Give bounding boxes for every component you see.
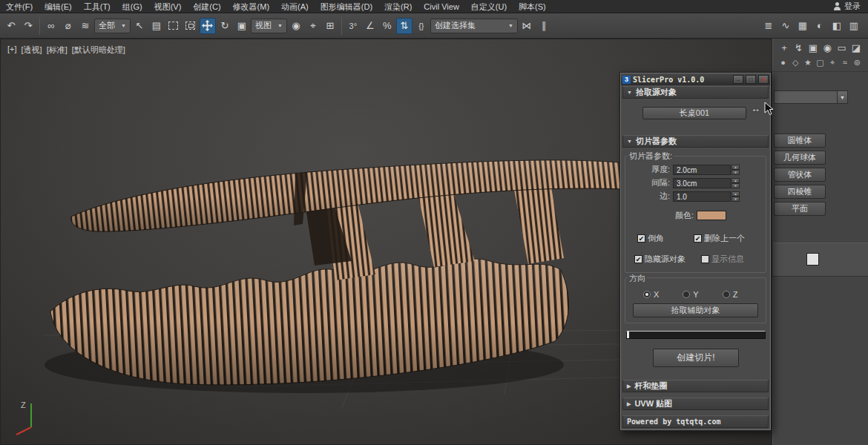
select-and-link-icon[interactable]: ∞ — [43, 18, 59, 34]
unlink-selection-icon[interactable]: ⌀ — [60, 18, 76, 34]
dialog-titlebar[interactable]: 3 SlicerPro v1.0.0 – □ ✕ — [621, 73, 770, 85]
category-spacewarps-icon[interactable]: ≈ — [840, 58, 849, 67]
reference-coordinate-dropdown[interactable]: 视图 ▼ — [251, 19, 287, 33]
slice-color-swatch[interactable] — [697, 211, 726, 220]
delete-last-checkbox[interactable]: ✔ 删除上一个 — [694, 233, 745, 244]
menu-civil-view[interactable]: Civil View — [418, 0, 464, 13]
angle-snap-icon[interactable]: ∠ — [362, 18, 378, 34]
maximize-button[interactable]: □ — [746, 75, 756, 84]
tab-display-icon[interactable]: ▭ — [836, 42, 848, 53]
menu-edit[interactable]: 编辑(E) — [39, 0, 78, 13]
menu-customize[interactable]: 自定义(U) — [465, 0, 513, 13]
direction-x-radio[interactable]: X — [643, 290, 659, 299]
category-shapes-icon[interactable]: ◇ — [791, 58, 800, 67]
spacing-spinner[interactable]: ▲ ▼ — [731, 178, 740, 188]
rollout-slicer-params[interactable]: ▼ 切片器参数 — [622, 135, 769, 148]
geometry-category-dropdown[interactable]: ▼ — [774, 90, 848, 104]
category-lights-icon[interactable]: ★ — [803, 58, 812, 67]
spinner-down-icon[interactable]: ▼ — [731, 197, 740, 202]
named-selection-set-dropdown[interactable]: 创建选择集 ▼ — [430, 19, 518, 33]
select-and-scale-icon[interactable]: ▣ — [234, 18, 250, 34]
render-setup-icon[interactable]: ◧ — [829, 18, 845, 34]
redo-icon[interactable]: ↷ — [20, 18, 36, 34]
spacing-input[interactable]: 3.0cm — [673, 178, 731, 188]
tab-modify-icon[interactable]: ↯ — [792, 42, 804, 53]
slicerpro-dialog[interactable]: 3 SlicerPro v1.0.0 – □ ✕ ▼ 拾取源对象 长桌001 ▼… — [619, 72, 772, 431]
select-and-rotate-icon[interactable]: ↻ — [217, 18, 233, 34]
spinner-up-icon[interactable]: ▲ — [731, 178, 740, 183]
rendered-frame-icon[interactable]: ▥ — [846, 18, 862, 34]
spinner-snap-icon[interactable]: ⇅ — [396, 18, 412, 34]
menu-animation[interactable]: 动画(A) — [275, 0, 315, 13]
direction-y-radio[interactable]: Y — [683, 290, 698, 299]
align-icon[interactable]: ∥ — [536, 18, 552, 34]
spinner-up-icon[interactable]: ▲ — [731, 165, 740, 170]
undo-icon[interactable]: ↶ — [3, 18, 19, 34]
snap-toggle-icon[interactable]: 3° — [345, 18, 361, 34]
viewport-menu-shading[interactable]: [默认明暗处理] — [72, 44, 125, 56]
spinner-up-icon[interactable]: ▲ — [731, 191, 740, 197]
category-cameras-icon[interactable]: ▢ — [815, 58, 825, 67]
edge-spinner[interactable]: ▲ ▼ — [731, 191, 740, 202]
menu-create[interactable]: 创建(C) — [187, 0, 226, 13]
viewport-menu-plus[interactable]: [+] — [7, 44, 17, 56]
pick-helper-button[interactable]: 拾取辅助对象 — [633, 303, 758, 317]
thickness-input[interactable]: 2.0cm — [673, 165, 731, 175]
hide-source-checkbox[interactable]: ✔ 隐藏源对象 — [634, 254, 685, 265]
menu-rendering[interactable]: 渲染(R) — [378, 0, 418, 13]
category-geometry-icon[interactable]: ● — [778, 58, 788, 67]
viewport-menu-standard[interactable]: [标准] — [47, 44, 68, 56]
category-helpers-icon[interactable]: ⌖ — [828, 58, 838, 67]
close-button[interactable]: ✕ — [758, 75, 769, 84]
select-by-name-icon[interactable]: ▤ — [148, 18, 165, 34]
primitive-cone-button[interactable]: 圆锥体 — [774, 134, 826, 148]
edge-input[interactable]: 1.0 — [673, 191, 731, 202]
primitive-plane-button[interactable]: 平面 — [774, 202, 826, 216]
primitive-pyramid-button[interactable]: 四棱锥 — [774, 185, 826, 199]
material-editor-icon[interactable]: ◐ — [812, 18, 828, 34]
keyboard-override-icon[interactable]: ⊞ — [322, 18, 338, 34]
spinner-down-icon[interactable]: ▼ — [731, 183, 740, 188]
source-object-button[interactable]: 长桌001 — [642, 107, 746, 119]
curve-editor-icon[interactable]: ∿ — [777, 18, 794, 34]
spinner-down-icon[interactable]: ▼ — [731, 170, 740, 175]
tab-utilities-icon[interactable]: ◪ — [850, 42, 862, 53]
mirror-icon[interactable]: ⋈ — [519, 18, 535, 34]
category-systems-icon[interactable]: ⊚ — [852, 58, 862, 67]
window-crossing-icon[interactable] — [183, 18, 199, 34]
menu-modifiers[interactable]: 修改器(M) — [227, 0, 276, 13]
menu-views[interactable]: 视图(V) — [148, 0, 188, 13]
menu-tools[interactable]: 工具(T) — [78, 0, 116, 13]
primitive-tube-button[interactable]: 管状体 — [774, 168, 826, 182]
login-button[interactable]: 登录 — [833, 1, 868, 12]
create-slices-button[interactable]: 创建切片! — [653, 349, 739, 367]
menu-file[interactable]: 文件(F) — [0, 0, 39, 13]
select-and-manipulate-icon[interactable]: ⌖ — [305, 18, 321, 34]
bevel-checkbox[interactable]: ✔ 倒角 — [637, 233, 664, 244]
minimize-button[interactable]: – — [733, 75, 743, 84]
selection-filter-dropdown[interactable]: 全部 ▼ — [94, 19, 131, 33]
select-object-icon[interactable]: ↖ — [131, 18, 148, 34]
rollout-uvw-map[interactable]: ▶ UVW 贴图 — [622, 398, 769, 410]
primitive-geosphere-button[interactable]: 几何球体 — [774, 151, 826, 165]
percent-snap-icon[interactable]: % — [379, 18, 395, 34]
thickness-spinner[interactable]: ▲ ▼ — [731, 165, 740, 175]
bind-to-spacewarp-icon[interactable]: ≋ — [77, 18, 93, 34]
direction-z-radio[interactable]: Z — [723, 290, 738, 299]
layer-manager-icon[interactable]: ≣ — [760, 18, 777, 34]
viewport-menu-view[interactable]: [透视] — [22, 44, 42, 56]
rectangular-selection-icon[interactable] — [165, 18, 182, 34]
select-and-move-icon[interactable] — [200, 18, 216, 34]
object-color-swatch[interactable] — [806, 253, 819, 266]
rollout-pick-source[interactable]: ▼ 拾取源对象 — [622, 86, 769, 99]
menu-group[interactable]: 组(G) — [116, 0, 148, 13]
use-pivot-point-icon[interactable]: ◉ — [288, 18, 304, 34]
show-info-checkbox[interactable]: 显示信息 — [701, 254, 744, 265]
menu-scripting[interactable]: 脚本(S) — [513, 0, 552, 13]
schematic-view-icon[interactable]: ▦ — [795, 18, 811, 34]
tab-motion-icon[interactable]: ◉ — [821, 42, 833, 53]
menu-graph-editors[interactable]: 图形编辑器(D) — [315, 0, 378, 13]
edit-named-selection-icon[interactable]: {} — [413, 18, 430, 34]
rollout-rod-washer[interactable]: ▶ 杆和垫圈 — [622, 380, 769, 392]
tab-create-icon[interactable]: + — [778, 42, 790, 53]
